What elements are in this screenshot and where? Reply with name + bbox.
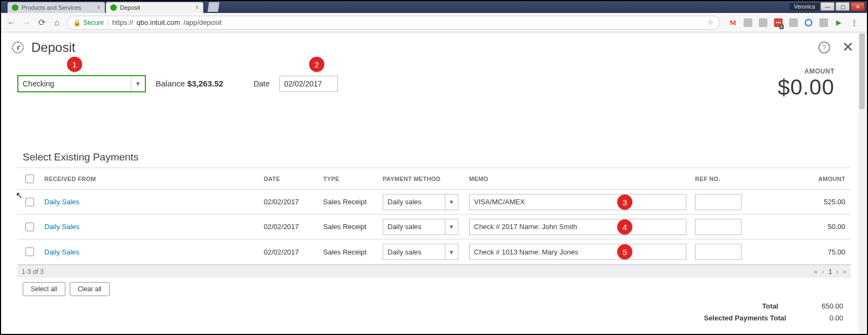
date-label: Date	[253, 79, 270, 88]
table-actions: Select all Clear all	[23, 282, 851, 296]
chevron-down-icon[interactable]: ▾	[445, 219, 458, 234]
url-scheme: https://	[112, 18, 133, 26]
home-button[interactable]: ⌂	[52, 18, 62, 28]
ref-input[interactable]	[695, 219, 742, 235]
date-input[interactable]: 02/02/2017	[279, 76, 338, 92]
row-checkbox[interactable]	[25, 198, 34, 206]
table-row: Daily Sales 02/02/2017 Sales Receipt Dai…	[17, 215, 851, 239]
col-payment-method: PAYMENT METHOD	[383, 176, 469, 182]
window-minimize-button[interactable]: —	[820, 2, 834, 11]
extension-icon[interactable]	[805, 19, 812, 26]
history-icon[interactable]	[12, 42, 24, 53]
extension-icon[interactable]	[759, 18, 767, 27]
close-icon[interactable]: ✕	[842, 39, 854, 56]
received-from-link[interactable]: Daily Sales	[42, 198, 264, 206]
chrome-user-badge[interactable]: Veronica	[790, 3, 819, 10]
table-row: Daily Sales 02/02/2017 Sales Receipt Dai…	[17, 190, 851, 215]
tab-title: Deposit	[120, 4, 140, 11]
balance-label: Balance $3,263.52	[156, 79, 223, 88]
browser-toolbar: ← → ⟳ ⌂ 🔒 Secure | https://qbo.intuit.co…	[1, 13, 867, 32]
chrome-menu-icon[interactable]: ⋮	[850, 18, 858, 27]
payment-method-select[interactable]: Daily sales ▾	[383, 219, 458, 235]
app-content: Deposit ? ✕ ▾ Balance $3,263.52 Date 02/…	[1, 32, 867, 334]
row-amount: 75.00	[755, 248, 851, 256]
row-amount: 50.00	[755, 223, 851, 231]
nav-back-button[interactable]: ←	[6, 18, 16, 28]
extension-icons: M ••• ▶ ⋮	[725, 18, 862, 27]
gmail-icon[interactable]: M	[729, 18, 737, 27]
help-icon[interactable]: ?	[818, 42, 830, 53]
col-amount: AMOUNT	[755, 176, 851, 182]
ref-input[interactable]	[695, 194, 742, 210]
select-all-button[interactable]: Select all	[23, 282, 65, 296]
extension-icon[interactable]	[789, 18, 798, 27]
select-all-checkbox[interactable]	[25, 175, 34, 183]
memo-input[interactable]: Check # 1013 Name: Mary Jones	[469, 244, 686, 260]
ref-input[interactable]	[695, 244, 742, 260]
total-label: Total	[762, 300, 778, 312]
page-title: Deposit	[31, 40, 75, 55]
account-dropdown[interactable]: ▾	[17, 75, 146, 92]
window-close-button[interactable]: ✕	[851, 2, 865, 11]
payments-table: RECEIVED FROM DATE TYPE PAYMENT METHOD M…	[17, 168, 851, 265]
row-type: Sales Receipt	[323, 198, 383, 206]
callout-badge-5: 5	[617, 244, 632, 259]
col-type: TYPE	[323, 176, 383, 182]
window-maximize-button[interactable]: ▢	[836, 2, 850, 11]
vertical-scrollbar[interactable]	[858, 32, 866, 334]
browser-tab-products[interactable]: Products and Services ×	[8, 2, 105, 13]
table-footer: 1-3 of 3 « ‹ 1 › »	[17, 265, 851, 278]
row-amount: 525.00	[755, 198, 851, 206]
extension-icon[interactable]: ▶	[834, 18, 843, 27]
memo-input[interactable]: Check # 2017 Name: John Smith	[469, 219, 686, 235]
window-controls: Veronica — ▢ ✕	[790, 2, 865, 11]
row-checkbox[interactable]	[25, 223, 34, 231]
col-ref-no: REF NO.	[695, 176, 755, 182]
callout-badge-2: 2	[309, 57, 324, 72]
deposit-form-row: ▾ Balance $3,263.52 Date 02/02/2017 AMOU…	[1, 58, 867, 99]
chevron-down-icon[interactable]: ▾	[131, 76, 145, 91]
received-from-link[interactable]: Daily Sales	[42, 223, 264, 231]
qbo-favicon	[12, 4, 18, 11]
lastpass-icon[interactable]: •••	[774, 18, 783, 27]
close-icon[interactable]: ×	[195, 4, 199, 11]
new-tab-button[interactable]	[208, 2, 219, 12]
col-memo: MEMO	[469, 176, 695, 182]
nav-forward-button[interactable]: →	[22, 18, 31, 28]
extension-icon[interactable]	[744, 18, 752, 27]
reload-button[interactable]: ⟳	[37, 18, 46, 28]
received-from-link[interactable]: Daily Sales	[42, 248, 264, 256]
payment-method-select[interactable]: Daily sales ▾	[383, 194, 458, 210]
url-path: /app/deposit	[183, 18, 222, 26]
qbo-favicon	[110, 4, 117, 11]
payment-method-select[interactable]: Daily sales ▾	[383, 244, 458, 260]
chevron-down-icon[interactable]: ▾	[445, 195, 458, 210]
pager-next-icon[interactable]: ›	[836, 268, 838, 276]
col-date: DATE	[264, 176, 323, 182]
page-header: Deposit ? ✕	[1, 32, 867, 58]
pager-last-icon[interactable]: »	[843, 268, 846, 276]
close-icon[interactable]: ×	[97, 4, 101, 11]
bookmark-star-icon[interactable]: ☆	[707, 18, 714, 26]
extension-icon[interactable]	[819, 18, 828, 27]
account-input[interactable]	[18, 79, 131, 88]
row-checkbox[interactable]	[25, 247, 34, 256]
address-bar[interactable]: 🔒 Secure | https://qbo.intuit.com/app/de…	[67, 16, 720, 30]
total-value: 650.00	[822, 300, 843, 312]
clear-all-button[interactable]: Clear all	[70, 282, 110, 296]
amount-display: AMOUNT $0.00	[778, 68, 851, 99]
balance-value: $3,263.52	[187, 79, 223, 88]
browser-tab-deposit[interactable]: Deposit ×	[106, 2, 203, 13]
pager-prev-icon[interactable]: ‹	[822, 268, 824, 276]
col-received-from: RECEIVED FROM	[42, 176, 264, 182]
lock-icon: 🔒 Secure	[73, 19, 104, 26]
memo-input[interactable]: VISA/MC/AMEX	[469, 194, 686, 210]
scrollbar-thumb[interactable]	[859, 34, 865, 109]
chevron-down-icon[interactable]: ▾	[445, 244, 458, 259]
table-row: Daily Sales 02/02/2017 Sales Receipt Dai…	[17, 239, 851, 264]
pager-page: 1	[829, 268, 832, 276]
pager-range: 1-3 of 3	[22, 268, 44, 276]
pager-first-icon[interactable]: «	[814, 268, 818, 276]
totals-block: Total 650.00 Selected Payments Total 0.0…	[704, 300, 843, 324]
pager: « ‹ 1 › »	[814, 268, 846, 276]
